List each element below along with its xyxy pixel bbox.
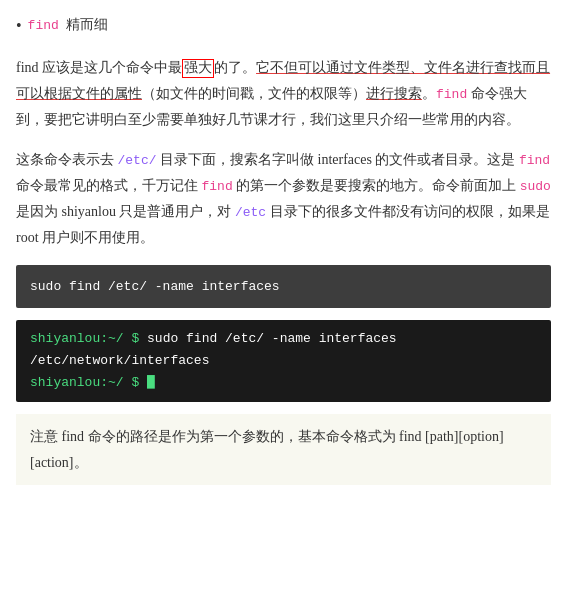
para2-text3: 的文件或者目录。这是 — [372, 152, 519, 167]
terminal-block: shiyanlou:~/ $ sudo find /etc/ -name int… — [16, 320, 551, 402]
terminal-prompt2: shiyanlou:~/ $ — [30, 375, 147, 390]
terminal-line2: /etc/network/interfaces — [30, 350, 537, 372]
para1-text-before: find 应该是这几个命令中最 — [16, 60, 182, 75]
para2-path2: /etc — [235, 205, 266, 220]
para2-text5: 的第一个参数是要搜索的地方。命令前面加上 — [233, 178, 520, 193]
terminal-output1: /etc/network/interfaces — [30, 353, 209, 368]
keyword-find-bullet: find — [28, 18, 59, 33]
para2-word: interfaces — [318, 152, 372, 167]
code-content: sudo find /etc/ -name interfaces — [30, 279, 280, 294]
terminal-line3: shiyanlou:~/ $ █ — [30, 372, 537, 394]
code-block: sudo find /etc/ -name interfaces — [16, 265, 551, 308]
paragraph-1: find 应该是这几个命令中最强大的了。它不但可以通过文件类型、文件名进行查找而… — [16, 55, 551, 133]
bullet-section: • find 精而细 — [16, 12, 551, 41]
para2-path1: /etc/ — [118, 153, 157, 168]
para2-find2: find — [202, 179, 233, 194]
bullet-text: find 精而细 — [28, 12, 108, 37]
para2-find1: find — [519, 153, 550, 168]
note-text: 注意 find 命令的路径是作为第一个参数的，基本命令格式为 find [pat… — [30, 429, 504, 469]
para2-text4: 命令最常见的格式，千万记住 — [16, 178, 202, 193]
paragraph-2: 这条命令表示去 /etc/ 目录下面，搜索名字叫做 interfaces 的文件… — [16, 147, 551, 251]
note-block: 注意 find 命令的路径是作为第一个参数的，基本命令格式为 find [pat… — [16, 414, 551, 484]
bullet-label: 精而细 — [66, 17, 108, 32]
terminal-line1: shiyanlou:~/ $ sudo find /etc/ -name int… — [30, 328, 537, 350]
para2-text1: 这条命令表示去 — [16, 152, 118, 167]
terminal-dollar1: $ — [124, 331, 147, 346]
para2-text6: 是因为 shiyanlou 只是普通用户，对 — [16, 204, 235, 219]
main-container: • find 精而细 find 应该是这几个命令中最强大的了。它不但可以通过文件… — [0, 0, 567, 497]
terminal-cmd: sudo find /etc/ -name interfaces — [147, 331, 397, 346]
terminal-cursor: █ — [147, 375, 155, 390]
para2-text2: 目录下面，搜索名字叫做 — [157, 152, 318, 167]
boxed-word: 强大 — [182, 59, 214, 78]
terminal-prompt1: shiyanlou:~/ — [30, 331, 124, 346]
para2-sudo: sudo — [520, 179, 551, 194]
bullet-dot: • — [16, 12, 22, 41]
